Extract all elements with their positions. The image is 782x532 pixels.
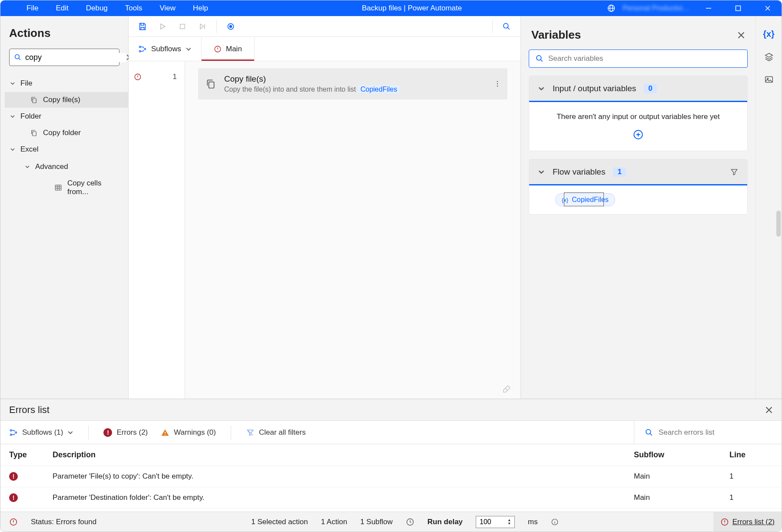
maximize-button[interactable] [726, 0, 750, 16]
close-icon[interactable] [737, 31, 745, 39]
menu-debug[interactable]: Debug [77, 0, 116, 16]
errors-filter-errors[interactable]: ! Errors (2) [103, 428, 148, 437]
window-title: Backup files | Power Automate [217, 4, 607, 13]
svg-point-9 [230, 25, 232, 27]
variables-rail-icon[interactable]: {x} [763, 29, 775, 39]
variable-link[interactable]: CopiedFiles [358, 85, 400, 93]
errors-panel: Errors list Subflows (1) ! Errors (2) Wa… [0, 399, 782, 512]
errors-list-link-label: Errors list (2) [732, 518, 775, 526]
filter-icon[interactable] [730, 168, 739, 176]
menu-help[interactable]: Help [184, 0, 217, 16]
svg-rect-4 [33, 99, 36, 103]
tree-subgroup-advanced[interactable]: Advanced [17, 158, 128, 175]
right-rail: {x} [755, 16, 782, 399]
add-variable-button[interactable] [633, 129, 644, 140]
menu-edit[interactable]: Edit [47, 0, 77, 16]
error-subflow: Main [634, 493, 729, 502]
error-row[interactable]: ! Parameter 'File(s) to copy': Can't be … [0, 466, 782, 487]
menu-tools[interactable]: Tools [116, 0, 151, 16]
errors-panel-title: Errors list [9, 404, 50, 416]
step-button[interactable] [195, 19, 210, 34]
variable-edit-box[interactable] [564, 192, 604, 206]
run-delay-spinner[interactable]: ▲▼ [507, 519, 511, 525]
action-copy-folder[interactable]: Copy folder [5, 125, 128, 141]
status-error-icon [9, 518, 18, 526]
tree-group-label: File [20, 79, 32, 88]
chevron-down-icon [25, 164, 31, 169]
image-rail-icon[interactable] [764, 75, 774, 84]
tree-group-excel[interactable]: Excel [5, 141, 128, 158]
step-more-icon[interactable] [494, 80, 501, 88]
canvas-search-button[interactable] [499, 19, 514, 34]
error-icon: ! [9, 472, 18, 481]
eraser-icon[interactable] [501, 384, 512, 394]
svg-point-19 [497, 86, 498, 86]
tab-main[interactable]: Main [202, 37, 255, 61]
errors-search-input[interactable] [659, 428, 773, 437]
environment-label[interactable]: Personal Productivi… [621, 4, 691, 12]
variables-search[interactable] [529, 50, 748, 68]
steps-area[interactable]: Copy file(s) Copy the file(s) into and s… [185, 61, 520, 399]
menu-view[interactable]: View [151, 0, 185, 16]
action-copy-cells[interactable]: Copy cells from... [17, 175, 128, 200]
search-icon [645, 428, 653, 437]
actions-search-input[interactable] [22, 53, 126, 62]
svg-point-28 [646, 429, 651, 434]
col-line[interactable]: Line [729, 450, 773, 459]
layers-rail-icon[interactable] [764, 52, 774, 62]
scrollbar-thumb[interactable] [776, 211, 781, 237]
minimize-button[interactable] [696, 0, 721, 16]
col-type[interactable]: Type [9, 450, 53, 459]
chevron-down-icon [538, 85, 545, 92]
step-copy-files[interactable]: Copy file(s) Copy the file(s) into and s… [198, 68, 507, 99]
run-button[interactable] [155, 19, 170, 34]
subflows-dropdown[interactable]: Subflows [129, 37, 202, 61]
errors-search[interactable] [634, 421, 773, 444]
actions-search[interactable] [9, 49, 119, 66]
clear-filters-button[interactable]: Clear all filters [246, 428, 306, 437]
errors-list-link[interactable]: Errors list (2) [713, 512, 782, 532]
tree-group-file[interactable]: File [5, 75, 128, 92]
errors-table: Type Description Subflow Line ! Paramete… [0, 444, 782, 512]
action-copy-files[interactable]: Copy file(s) [5, 92, 128, 108]
error-line: 1 [729, 472, 773, 481]
flow-variables-header[interactable]: Flow variables 1 [529, 159, 747, 185]
stop-button[interactable] [175, 19, 190, 34]
environment-icon[interactable] [607, 4, 616, 13]
errors-filter-warnings[interactable]: Warnings (0) [161, 428, 216, 437]
errors-subflows-filter[interactable]: Subflows (1) [9, 428, 73, 437]
status-label: Status: Errors found [31, 518, 96, 526]
col-desc[interactable]: Description [53, 450, 634, 459]
run-delay-field[interactable] [480, 518, 501, 526]
info-icon[interactable] [551, 518, 559, 526]
step-description: Copy the file(s) into and store them int… [224, 86, 400, 93]
main-content: Actions File Copy file(s) [0, 16, 782, 399]
menu-file[interactable]: File [18, 0, 47, 16]
step-title: Copy file(s) [224, 74, 400, 84]
save-button[interactable] [135, 19, 150, 34]
search-icon [14, 53, 22, 61]
svg-rect-6 [55, 185, 61, 190]
col-subflow[interactable]: Subflow [634, 450, 729, 459]
record-button[interactable] [223, 19, 239, 34]
errors-subflows-label: Subflows (1) [22, 428, 63, 437]
io-variables-title: Input / output variables [553, 84, 636, 93]
tree-group-folder[interactable]: Folder [5, 108, 128, 125]
variables-search-input[interactable] [548, 54, 741, 63]
flow-variables-body: {x} CopiedFiles [529, 185, 747, 214]
io-variables-header[interactable]: Input / output variables 0 [529, 76, 747, 102]
flow-body: 1 Copy file(s) Copy the file(s) into and… [129, 61, 520, 399]
run-delay-input[interactable]: ▲▼ [476, 516, 515, 528]
errors-filter-bar: Subflows (1) ! Errors (2) Warnings (0) C… [0, 421, 782, 444]
close-icon[interactable] [765, 406, 773, 414]
search-icon [535, 54, 544, 63]
svg-point-26 [15, 432, 17, 433]
error-description: Parameter 'File(s) to copy': Can't be em… [53, 472, 634, 481]
close-button[interactable] [755, 0, 780, 16]
error-row[interactable]: ! Parameter 'Destination folder': Can't … [0, 487, 782, 509]
actions-tree: File Copy file(s) Folder Copy folder [0, 75, 128, 200]
error-subflow: Main [634, 472, 729, 481]
toolbar [129, 16, 520, 37]
variables-header: Variables [529, 22, 748, 42]
tree-subgroup-label: Advanced [35, 162, 68, 171]
